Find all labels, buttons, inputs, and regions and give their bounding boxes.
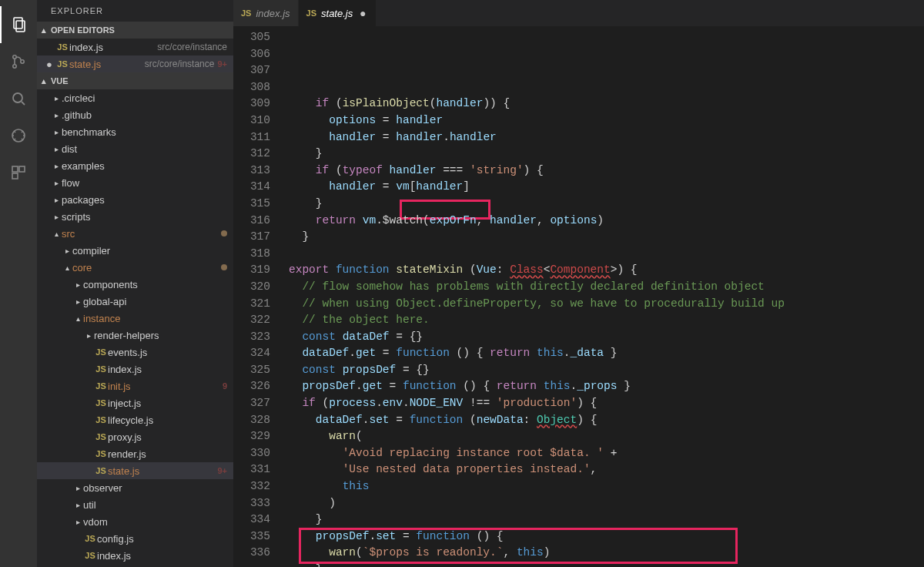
file-item[interactable]: JSindex.js: [37, 547, 233, 564]
line-number: 307: [233, 62, 270, 79]
folder-item[interactable]: ▸packages: [37, 191, 233, 208]
editor-tab[interactable]: JSstate.js●: [299, 0, 377, 26]
line-number: 327: [233, 395, 270, 412]
tree-item-label: init.js: [108, 381, 219, 392]
code-line[interactable]: return vm.$watch(expOrFn, handler, optio…: [289, 213, 924, 230]
file-item[interactable]: JSinject.js: [37, 394, 233, 411]
section-project-label: VUE: [51, 76, 69, 86]
twisty-icon: ▸: [72, 501, 83, 509]
svg-rect-8: [19, 166, 25, 172]
activity-scm-icon[interactable]: [0, 43, 37, 80]
folder-item[interactable]: ▴core: [37, 259, 233, 276]
file-item[interactable]: JSindex.js: [37, 361, 233, 377]
section-open-editors-label: OPEN EDITORS: [51, 25, 115, 35]
tab-filename: state.js: [321, 8, 353, 19]
code-line[interactable]: }: [289, 229, 924, 246]
line-number: 305: [233, 29, 270, 46]
file-item[interactable]: JSstate.js9+: [37, 462, 233, 479]
tree-item-label: render.js: [108, 448, 227, 460]
activity-search-icon[interactable]: [0, 80, 37, 117]
code-line[interactable]: options = handler: [289, 112, 924, 129]
svg-point-4: [21, 60, 24, 63]
folder-item[interactable]: ▸.circleci: [37, 89, 233, 106]
code-line[interactable]: warn(`$props is readonly.`, this): [289, 545, 924, 562]
code-line[interactable]: handler = handler.handler: [289, 129, 924, 146]
file-item[interactable]: JSlifecycle.js: [37, 411, 233, 428]
code-line[interactable]: // the object here.: [289, 312, 924, 329]
twisty-icon: ▸: [51, 213, 62, 221]
code-line[interactable]: warn(: [289, 428, 924, 445]
code-line[interactable]: [289, 246, 924, 263]
code-line[interactable]: export function stateMixin (Vue: Class<C…: [289, 262, 924, 279]
problems-badge: 9: [223, 381, 227, 391]
activity-extensions-icon[interactable]: [0, 154, 37, 191]
folder-item[interactable]: ▸compiler: [37, 242, 233, 259]
code-line[interactable]: ): [289, 495, 924, 512]
line-number: 315: [233, 196, 270, 213]
code-line[interactable]: }: [289, 146, 924, 163]
open-editor-item[interactable]: JSindex.jssrc/core/instance: [37, 39, 233, 55]
problems-badge: 9+: [217, 59, 227, 69]
twisty-icon: ▴: [51, 230, 62, 238]
file-item[interactable]: JSconfig.js: [37, 530, 233, 547]
tree-item-label: src: [62, 228, 218, 240]
activity-explorer-icon[interactable]: [0, 6, 37, 43]
code-line[interactable]: propsDef.get = function () { return this…: [289, 378, 924, 395]
code-line[interactable]: if (process.env.NODE_ENV !== 'production…: [289, 395, 924, 412]
folder-item[interactable]: ▸benchmarks: [37, 123, 233, 140]
line-number: 324: [233, 345, 270, 362]
file-item[interactable]: JSproxy.js: [37, 428, 233, 445]
folder-item[interactable]: ▴instance: [37, 310, 233, 327]
file-tree: ▸.circleci▸.github▸benchmarks▸dist▸examp…: [37, 89, 233, 564]
svg-rect-1: [16, 21, 25, 32]
code-line[interactable]: dataDef.set = function (newData: Object)…: [289, 412, 924, 429]
folder-item[interactable]: ▸global-api: [37, 293, 233, 310]
code-line[interactable]: if (isPlainObject(handler)) {: [289, 96, 924, 112]
code-line[interactable]: // flow somehow has problems with direct…: [289, 279, 924, 296]
editor-tab[interactable]: JSindex.js: [233, 0, 299, 26]
open-editor-item[interactable]: ●JSstate.jssrc/core/instance9+: [37, 55, 233, 72]
file-item[interactable]: JSevents.js: [37, 344, 233, 361]
code-line[interactable]: dataDef.get = function () { return this.…: [289, 345, 924, 362]
code-line[interactable]: if (typeof handler === 'string') {: [289, 163, 924, 179]
code-line[interactable]: // when using Object.defineProperty, so …: [289, 296, 924, 313]
folder-item[interactable]: ▸util: [37, 496, 233, 513]
code-line[interactable]: handler = vm[handler]: [289, 179, 924, 196]
code-line[interactable]: const propsDef = {}: [289, 362, 924, 379]
folder-item[interactable]: ▸render-helpers: [37, 327, 233, 344]
code-line[interactable]: }: [289, 196, 924, 213]
code-line[interactable]: propsDef.set = function () {: [289, 528, 924, 545]
line-number: 314: [233, 179, 270, 196]
code-content[interactable]: if (isPlainObject(handler)) { options = …: [289, 26, 924, 567]
folder-item[interactable]: ▸observer: [37, 479, 233, 496]
tree-item-label: config.js: [97, 533, 227, 545]
folder-item[interactable]: ▸scripts: [37, 208, 233, 225]
folder-item[interactable]: ▸dist: [37, 140, 233, 157]
file-item[interactable]: JSrender.js: [37, 445, 233, 462]
code-line[interactable]: 'Use nested data properties instead.',: [289, 461, 924, 478]
tree-item-label: index.js: [97, 550, 227, 562]
folder-item[interactable]: ▸examples: [37, 157, 233, 174]
tab-modified-icon[interactable]: ●: [357, 7, 368, 19]
section-open-editors[interactable]: ▴ OPEN EDITORS: [37, 22, 233, 39]
line-number: 319: [233, 262, 270, 279]
code-line[interactable]: }: [289, 562, 924, 567]
file-item[interactable]: JSinit.js9: [37, 377, 233, 394]
folder-item[interactable]: ▸vdom: [37, 513, 233, 530]
tree-item-label: util: [83, 499, 227, 511]
code-line[interactable]: 'Avoid replacing instance root $data. ' …: [289, 445, 924, 462]
folder-item[interactable]: ▴src: [37, 225, 233, 242]
folder-item[interactable]: ▸components: [37, 276, 233, 293]
code-editor[interactable]: 3053063073083093103113123133143153163173…: [233, 26, 924, 567]
close-icon[interactable]: ●: [43, 59, 55, 70]
folder-item[interactable]: ▸.github: [37, 106, 233, 123]
code-line[interactable]: const dataDef = {}: [289, 329, 924, 346]
twisty-icon: ▸: [72, 280, 83, 289]
folder-item[interactable]: ▸flow: [37, 174, 233, 191]
code-line[interactable]: }: [289, 512, 924, 528]
tree-item-label: benchmarks: [62, 126, 227, 138]
section-project[interactable]: ▴ VUE: [37, 72, 233, 89]
line-number: 323: [233, 329, 270, 346]
activity-debug-icon[interactable]: [0, 117, 37, 154]
code-line[interactable]: this: [289, 478, 924, 495]
